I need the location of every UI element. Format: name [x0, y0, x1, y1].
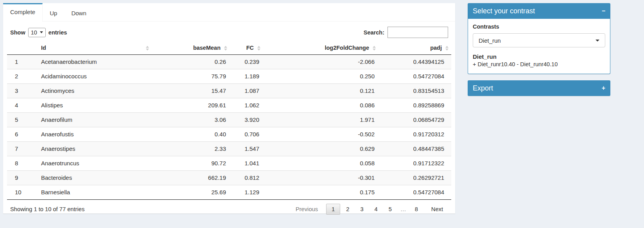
column-header-log2foldchange[interactable]: log2FoldChange	[263, 42, 379, 55]
table-cell: 10	[7, 185, 34, 200]
table-cell: 2	[7, 69, 34, 84]
tab-bar: Complete Up Down	[3, 3, 455, 22]
table-cell: 6	[7, 127, 34, 142]
pagination-page[interactable]: 8	[410, 204, 423, 214]
table-body: 1Acetanaerobacterium0.260.239-2.0660.443…	[7, 55, 451, 200]
table-cell: 0.629	[263, 142, 379, 156]
table-cell: 3	[7, 84, 34, 98]
column-header-padj[interactable]: padj	[379, 42, 451, 55]
pagination-page[interactable]: 2	[341, 204, 354, 214]
table-cell: 1.041	[230, 156, 263, 171]
table-cell: 0.48447385	[379, 142, 451, 156]
pagination-page[interactable]: 5	[384, 204, 397, 214]
table-cell: 0.44394125	[379, 55, 451, 69]
caret-down-icon	[596, 40, 599, 42]
table-cell: 0.250	[263, 69, 379, 84]
table-cell: 209.61	[152, 98, 230, 113]
table-cell: 0.89258869	[379, 98, 451, 113]
sidebar-right: Select your contrast − Contrasts Diet_ru…	[468, 3, 610, 102]
contrast-select[interactable]: Diet_run	[473, 33, 605, 47]
table-cell: 1.062	[230, 98, 263, 113]
table-row[interactable]: 8Anaerotruncus90.721.0410.0580.91712322	[7, 156, 451, 171]
sort-icon[interactable]	[146, 46, 149, 51]
table-row[interactable]: 7Anaerostipes2.331.5470.6290.48447385	[7, 142, 451, 156]
expand-plus-icon[interactable]: +	[602, 85, 605, 91]
pagination: Previous12345…8Next	[290, 204, 448, 215]
column-label: Id	[41, 45, 46, 51]
page-length-select[interactable]: 10	[28, 28, 46, 37]
table-cell: 3.920	[230, 113, 263, 127]
table-row[interactable]: 4Alistipes209.611.0620.0860.89258869	[7, 98, 451, 113]
table-cell: 0.06854729	[379, 113, 451, 127]
caret-down-icon	[40, 31, 43, 33]
contrast-box-body: Contrasts Diet_run Diet_run + Diet_runr1…	[468, 19, 610, 74]
table-cell: Acetanaerobacterium	[34, 55, 152, 69]
contrast-formula: + Diet_runr10.40 - Diet_runr40.10	[473, 61, 605, 67]
table-cell: 5	[7, 113, 34, 127]
table-row[interactable]: 3Actinomyces15.471.0870.1210.83154513	[7, 84, 451, 98]
table-cell: 7	[7, 142, 34, 156]
table-cell: 8	[7, 156, 34, 171]
column-header-rownum	[7, 42, 34, 55]
pagination-page[interactable]: 4	[370, 204, 383, 214]
table-cell: 90.72	[152, 156, 230, 171]
sort-icon[interactable]	[445, 46, 448, 51]
table-cell: 4	[7, 98, 34, 113]
sort-icon[interactable]	[373, 46, 376, 51]
table-cell: -0.502	[263, 127, 379, 142]
contrast-box-header: Select your contrast −	[468, 3, 610, 19]
table-cell: 0.91712322	[379, 156, 451, 171]
table-cell: Bacteroides	[34, 171, 152, 185]
table-cell: 0.239	[230, 55, 263, 69]
column-label: FC	[246, 45, 254, 51]
table-row[interactable]: 5Anaerofilum3.063.9201.9710.06854729	[7, 113, 451, 127]
pagination-ellipsis: …	[398, 204, 409, 214]
table-row[interactable]: 10Barnesiella25.691.1290.1750.54727084	[7, 185, 451, 200]
table-row[interactable]: 1Acetanaerobacterium0.260.239-2.0660.443…	[7, 55, 451, 69]
column-label: log2FoldChange	[325, 45, 369, 51]
sort-icon[interactable]	[257, 46, 260, 51]
export-box-header: Export +	[468, 80, 610, 96]
pagination-previous[interactable]: Previous	[291, 204, 323, 214]
table-cell: -0.301	[263, 171, 379, 185]
sort-icon[interactable]	[224, 46, 227, 51]
table-cell: Anaerofustis	[34, 127, 152, 142]
table-container: Show 10 entries Search: Id	[3, 22, 455, 215]
table-cell: 0.91720312	[379, 127, 451, 142]
column-label: padj	[430, 45, 442, 51]
table-cell: -2.066	[263, 55, 379, 69]
table-cell: 1.547	[230, 142, 263, 156]
contrast-select-value: Diet_run	[479, 37, 501, 44]
table-row[interactable]: 6Anaerofustis0.400.706-0.5020.91720312	[7, 127, 451, 142]
table-cell: 0.058	[263, 156, 379, 171]
pagination-next[interactable]: Next	[426, 204, 448, 214]
collapse-minus-icon[interactable]: −	[602, 8, 605, 14]
pagination-page[interactable]: 3	[355, 204, 368, 214]
table-cell: Alistipes	[34, 98, 152, 113]
column-header-fc[interactable]: FC	[230, 42, 263, 55]
table-info: Showing 1 to 10 of 77 entries	[10, 206, 84, 212]
results-table: Id baseMean FC log2FoldChange	[7, 42, 451, 200]
table-cell: Anaerofilum	[34, 113, 152, 127]
table-cell: 662.19	[152, 171, 230, 185]
column-header-basemean[interactable]: baseMean	[152, 42, 230, 55]
table-cell: 0.706	[230, 127, 263, 142]
table-cell: 25.69	[152, 185, 230, 200]
table-header-row: Id baseMean FC log2FoldChange	[7, 42, 451, 55]
search-input[interactable]	[387, 27, 448, 38]
table-row[interactable]: 2Acidaminococcus75.791.1890.2500.5472708…	[7, 69, 451, 84]
table-cell: 1.129	[230, 185, 263, 200]
table-cell: Actinomyces	[34, 84, 152, 98]
table-row[interactable]: 9Bacteroides662.190.812-0.3010.26292721	[7, 171, 451, 185]
pagination-page[interactable]: 1	[326, 204, 340, 215]
tab-down[interactable]: Down	[64, 3, 93, 22]
search-control: Search:	[364, 27, 448, 38]
export-box: Export +	[468, 80, 610, 96]
column-header-id[interactable]: Id	[34, 42, 152, 55]
tab-up[interactable]: Up	[43, 3, 64, 22]
page-length-control: Show 10 entries	[10, 28, 67, 37]
tab-complete[interactable]: Complete	[3, 3, 43, 22]
table-cell: Anaerostipes	[34, 142, 152, 156]
table-cell: 1.971	[263, 113, 379, 127]
table-cell: 1.087	[230, 84, 263, 98]
